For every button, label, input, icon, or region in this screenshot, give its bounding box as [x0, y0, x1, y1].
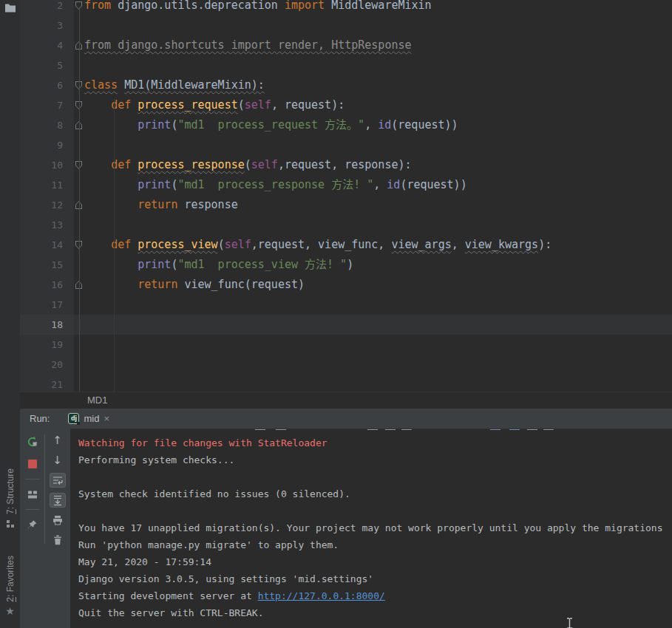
run-toolwindow-body: ↑ ↓ Watch — [20, 429, 672, 628]
code-line[interactable]: 5 — [20, 55, 672, 75]
console-output: Watching for file changes with StatReloa… — [78, 434, 672, 621]
clear-icon[interactable] — [50, 533, 66, 547]
code-line[interactable]: 6class MD1(MiddlewareMixin): — [20, 75, 672, 95]
code-line[interactable]: 10 def process_response(self,request, re… — [20, 155, 672, 175]
code-line[interactable]: 7 def process_request(self, request): — [20, 95, 672, 115]
favorites-tab-label: 2: Favorites — [5, 556, 16, 602]
console-line: You have 17 unapplied migration(s). Your… — [78, 519, 672, 536]
console-line: Run 'python manage.py migrate' to apply … — [78, 536, 672, 553]
fold-guide-line — [79, 7, 80, 392]
pycharm-window: 7: Structure 2: Favorites ★ 2from django… — [0, 0, 672, 628]
console-line: System check identified no issues (0 sil… — [78, 485, 672, 502]
line-number[interactable]: 11 — [20, 175, 74, 195]
code-line[interactable]: 9 — [20, 135, 672, 155]
code-text: from django.utils.deprecation import Mid… — [84, 0, 432, 16]
code-text: class MD1(MiddlewareMixin): — [84, 75, 265, 95]
line-number[interactable]: 15 — [20, 255, 74, 275]
code-text: return view_func(request) — [84, 275, 305, 295]
toolbar-separator — [26, 479, 39, 479]
code-line[interactable]: 11 print("md1 process_response 方法! ", id… — [20, 175, 672, 195]
line-number[interactable]: 16 — [20, 275, 74, 295]
code-text: def process_request(self, request): — [84, 95, 345, 115]
code-text: def process_view(self,request, view_func… — [84, 235, 551, 255]
line-number[interactable]: 2 — [20, 0, 74, 16]
code-editor[interactable]: 2from django.utils.deprecation import Mi… — [20, 0, 672, 392]
code-text: print("md1 process_view 方法! ") — [84, 255, 353, 275]
line-number[interactable]: 19 — [20, 335, 74, 355]
code-line[interactable]: 2from django.utils.deprecation import Mi… — [20, 0, 672, 16]
code-line[interactable]: 8 print("md1 process_request 方法。", id(re… — [20, 115, 672, 135]
run-tab-mid[interactable]: dj mid × — [65, 409, 112, 429]
main-area: 2from django.utils.deprecation import Mi… — [20, 0, 672, 628]
code-text: print("md1 process_request 方法。", id(requ… — [84, 115, 458, 135]
console-line: Starting development server at http://12… — [78, 587, 672, 604]
console-line: May 21, 2020 - 17:59:14 — [78, 553, 672, 570]
console-line — [78, 468, 672, 485]
line-number[interactable]: 10 — [20, 155, 74, 175]
line-number[interactable]: 20 — [20, 355, 74, 375]
pin-icon[interactable] — [24, 517, 41, 532]
code-text: from django.shortcuts import render, Htt… — [84, 35, 412, 55]
line-number[interactable]: 8 — [20, 115, 74, 135]
line-number[interactable]: 18 — [20, 315, 74, 335]
run-label: Run: — [30, 413, 50, 424]
code-text: print("md1 process_response 方法! ", id(re… — [84, 175, 467, 195]
close-icon[interactable]: × — [103, 413, 109, 424]
console-line: Watching for file changes with StatReloa… — [78, 434, 672, 451]
line-number[interactable]: 7 — [20, 95, 74, 115]
server-url-link[interactable]: http://127.0.0.1:8000/ — [258, 590, 385, 601]
line-number[interactable]: 9 — [20, 135, 74, 155]
code-line[interactable]: 16 return view_func(request) — [20, 275, 672, 295]
line-number[interactable]: 21 — [20, 375, 74, 392]
star-icon: ★ — [5, 606, 15, 616]
stop-icon[interactable] — [24, 457, 41, 471]
text-cursor — [566, 618, 574, 628]
line-number[interactable]: 5 — [20, 55, 74, 75]
code-line[interactable]: 21 — [20, 375, 672, 392]
print-icon[interactable] — [50, 513, 66, 528]
code-line[interactable]: 17 — [20, 295, 672, 315]
sidebar-tab-favorites[interactable]: 2: Favorites ★ — [0, 556, 20, 616]
code-line[interactable]: 20 — [20, 355, 672, 375]
run-toolwindow-header: Run: dj mid × — [20, 409, 672, 429]
line-number[interactable]: 4 — [20, 35, 74, 55]
code-line[interactable]: 15 print("md1 process_view 方法! ") — [20, 255, 672, 275]
line-number[interactable]: 13 — [20, 215, 74, 235]
code-line[interactable]: 12 return response — [20, 195, 672, 215]
django-icon: dj — [68, 413, 79, 424]
code-text: def process_response(self,request, respo… — [84, 155, 412, 175]
code-line[interactable]: 4from django.shortcuts import render, Ht… — [20, 35, 672, 55]
code-line[interactable]: 13 — [20, 215, 672, 235]
line-number[interactable]: 14 — [20, 235, 74, 255]
tool-window-stripe: 7: Structure 2: Favorites ★ — [0, 0, 20, 628]
line-number[interactable]: 3 — [20, 16, 74, 35]
rerun-icon[interactable] — [24, 434, 41, 449]
clipped-console-line — [255, 429, 265, 430]
console-line: Quit the server with CTRL-BREAK. — [78, 604, 672, 621]
restore-layout-icon[interactable] — [24, 487, 41, 502]
code-line[interactable]: 14 def process_view(self,request, view_f… — [20, 235, 672, 255]
code-line[interactable]: 3 — [20, 16, 672, 35]
line-number[interactable]: 17 — [20, 295, 74, 315]
editor-lines: 2from django.utils.deprecation import Mi… — [20, 0, 672, 392]
code-line[interactable]: 18 — [20, 315, 672, 335]
run-tab-title: mid — [84, 413, 99, 424]
sidebar-tab-structure[interactable]: 7: Structure — [0, 468, 20, 531]
indent-guide-line — [114, 98, 115, 392]
down-icon[interactable]: ↓ — [50, 453, 66, 468]
line-number[interactable]: 6 — [20, 75, 74, 95]
code-text: return response — [84, 195, 238, 215]
console-line: Performing system checks... — [78, 451, 672, 468]
structure-icon — [6, 518, 15, 531]
breadcrumb-item[interactable]: MD1 — [87, 395, 107, 406]
breadcrumb: MD1 — [20, 392, 672, 409]
run-toolbar: ↑ ↓ — [20, 429, 70, 628]
soft-wrap-icon[interactable] — [50, 473, 66, 488]
project-folder-icon[interactable] — [4, 2, 16, 12]
scroll-to-end-icon[interactable] — [50, 493, 66, 508]
structure-tab-label: 7: Structure — [5, 468, 16, 514]
up-icon[interactable]: ↑ — [50, 433, 66, 448]
line-number[interactable]: 12 — [20, 195, 74, 215]
code-line[interactable]: 19 — [20, 335, 672, 355]
run-console[interactable]: Watching for file changes with StatReloa… — [70, 429, 672, 628]
